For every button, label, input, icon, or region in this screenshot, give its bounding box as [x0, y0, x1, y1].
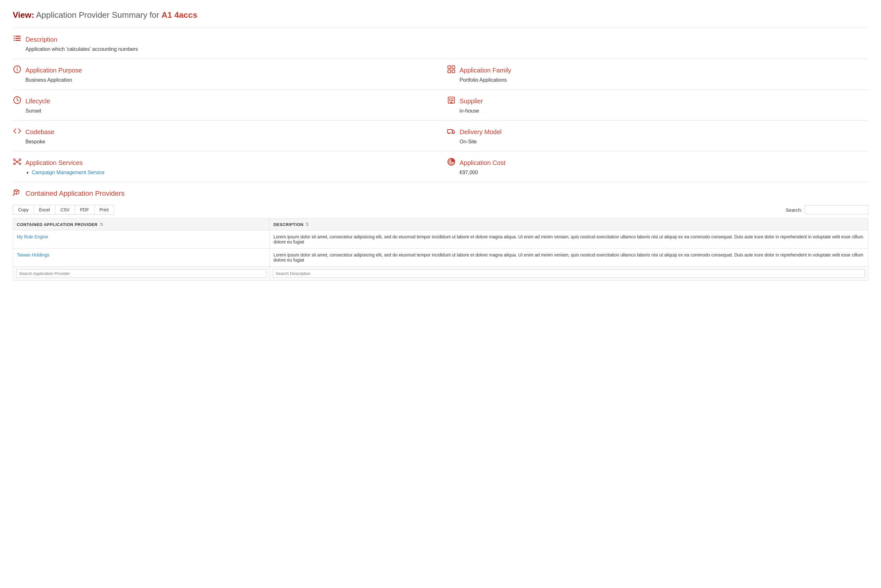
sort-icon-description[interactable]: ⇅ — [305, 222, 310, 227]
contained-providers-header: Contained Application Providers — [13, 189, 868, 199]
search-provider-input[interactable] — [16, 269, 266, 278]
svg-rect-7 — [17, 69, 18, 71]
svg-rect-1 — [16, 36, 21, 36]
clock-icon — [13, 96, 22, 106]
application-purpose-field: Application Purpose Business Application — [13, 65, 447, 83]
table-footer-row — [13, 267, 868, 280]
svg-rect-24 — [448, 130, 452, 133]
sort-icon-provider[interactable]: ⇅ — [99, 222, 104, 227]
description-cell: Lorem ipsum dolor sit amet, consectetur … — [269, 249, 868, 267]
svg-point-25 — [448, 132, 450, 134]
table-search-input[interactable] — [805, 206, 868, 214]
export-buttons: Copy Excel CSV PDF Print — [13, 205, 114, 214]
svg-rect-17 — [450, 99, 450, 99]
codebase-value: Bespoke — [26, 139, 434, 145]
search-label: Search: — [786, 207, 802, 213]
csv-button[interactable]: CSV — [55, 205, 75, 214]
application-cost-value: €97,000 — [460, 170, 868, 176]
delivery-model-label: Delivery Model — [460, 128, 502, 136]
svg-rect-12 — [452, 70, 455, 73]
copy-button[interactable]: Copy — [13, 205, 34, 214]
svg-rect-3 — [16, 38, 21, 39]
page-title: View: Application Provider Summary for A… — [13, 10, 868, 20]
svg-rect-21 — [451, 100, 452, 101]
table-controls: Copy Excel CSV PDF Print Search: — [13, 205, 868, 214]
search-provider-cell — [13, 267, 270, 280]
info-icon — [13, 65, 22, 75]
svg-line-15 — [17, 100, 18, 101]
truck-icon — [447, 127, 456, 137]
provider-cell: My Rule Engine — [13, 230, 270, 249]
network-icon — [13, 158, 22, 168]
table-row: My Rule EngineLorem ipsum dolor sit amet… — [13, 230, 868, 249]
services-cost-section: Application Services Campaign Management… — [13, 151, 868, 182]
contained-providers-section: Contained Application Providers Copy Exc… — [13, 182, 868, 287]
search-description-cell — [269, 267, 868, 280]
supplier-field: Supplier in-house — [447, 96, 868, 114]
application-services-label: Application Services — [26, 159, 83, 166]
svg-rect-2 — [14, 38, 15, 39]
lifecycle-supplier-section: Lifecycle Sunset S — [13, 90, 868, 120]
svg-rect-5 — [16, 40, 21, 40]
description-value: Application which 'calculates' accountin… — [26, 46, 868, 52]
excel-button[interactable]: Excel — [34, 205, 55, 214]
supplier-label: Supplier — [460, 98, 483, 105]
table-row: Taiwan HoldingsLorem ipsum dolor sit ame… — [13, 249, 868, 267]
lifecycle-value: Sunset — [26, 108, 434, 114]
svg-rect-4 — [14, 40, 15, 40]
svg-point-26 — [453, 132, 454, 134]
application-family-field: Application Family Portfolio Application… — [447, 65, 868, 83]
lifecycle-field: Lifecycle Sunset — [13, 96, 447, 114]
pdf-button[interactable]: PDF — [75, 205, 94, 214]
svg-point-8 — [17, 68, 18, 68]
application-services-field: Application Services Campaign Management… — [13, 158, 447, 176]
lifecycle-label: Lifecycle — [26, 98, 50, 105]
codebase-delivery-section: Codebase Bespoke Delivery Model On-Site — [13, 120, 868, 151]
contained-providers-table: CONTAINED APPLICATION PROVIDER ⇅ DESCRIP… — [13, 218, 868, 280]
application-family-label: Application Family — [460, 67, 511, 74]
provider-link[interactable]: Taiwan Holdings — [17, 252, 49, 258]
supplier-value: in-house — [460, 108, 868, 114]
description-header: Description — [13, 34, 868, 45]
pie-chart-icon — [447, 158, 456, 168]
code-icon — [13, 127, 22, 137]
svg-rect-9 — [448, 66, 451, 69]
table-search-area: Search: — [786, 206, 868, 214]
codebase-label: Codebase — [26, 128, 54, 136]
codebase-field: Codebase Bespoke — [13, 127, 447, 145]
application-family-value: Portfolio Applications — [460, 77, 868, 83]
svg-rect-18 — [451, 99, 452, 99]
application-cost-field: Application Cost €97,000 — [447, 158, 868, 176]
list-icon — [13, 34, 22, 45]
svg-rect-23 — [450, 102, 453, 103]
col-header-description: DESCRIPTION ⇅ — [269, 219, 868, 230]
provider-cell: Taiwan Holdings — [13, 249, 270, 267]
svg-rect-19 — [452, 99, 453, 99]
delivery-model-field: Delivery Model On-Site — [447, 127, 868, 145]
svg-rect-11 — [448, 70, 451, 73]
print-button[interactable]: Print — [94, 205, 114, 214]
application-cost-label: Application Cost — [460, 159, 506, 166]
application-purpose-value: Business Application — [26, 77, 434, 83]
svg-rect-20 — [450, 100, 450, 101]
purpose-family-section: Application Purpose Business Application… — [13, 59, 868, 90]
description-cell: Lorem ipsum dolor sit amet, consectetur … — [269, 230, 868, 249]
campaign-management-link[interactable]: Campaign Management Service — [32, 170, 105, 175]
provider-link[interactable]: My Rule Engine — [17, 234, 48, 239]
grid-icon — [447, 65, 456, 75]
contained-icon — [13, 189, 22, 199]
contained-providers-label: Contained Application Providers — [26, 189, 125, 198]
application-services-value: Campaign Management Service — [26, 170, 434, 176]
building-icon — [447, 96, 456, 106]
description-label: Description — [26, 36, 57, 43]
svg-rect-0 — [14, 36, 15, 36]
svg-rect-10 — [452, 66, 455, 69]
description-section: Description Application which 'calculate… — [13, 28, 868, 59]
col-header-provider: CONTAINED APPLICATION PROVIDER ⇅ — [13, 219, 270, 230]
search-description-input[interactable] — [273, 269, 865, 278]
table-header-row: CONTAINED APPLICATION PROVIDER ⇅ DESCRIP… — [13, 219, 868, 230]
delivery-model-value: On-Site — [460, 139, 868, 145]
application-purpose-label: Application Purpose — [26, 67, 82, 74]
svg-rect-22 — [452, 100, 453, 101]
